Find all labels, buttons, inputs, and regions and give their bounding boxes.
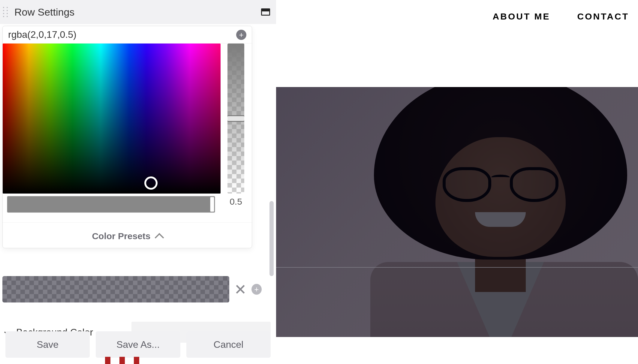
row-overlay [276, 87, 638, 337]
save-button[interactable]: Save [5, 331, 90, 358]
color-value-input[interactable] [8, 29, 236, 40]
gradient-stop-swatch[interactable] [2, 276, 229, 302]
saturation-thumb[interactable] [210, 197, 214, 212]
nav-contact-link[interactable]: CONTACT [577, 11, 629, 22]
remove-stop-icon[interactable] [235, 283, 246, 295]
panel-body: + [0, 24, 276, 364]
chevron-up-icon [155, 233, 164, 242]
color-presets-label: Color Presets [92, 231, 150, 241]
panel-title: Row Settings [14, 6, 261, 18]
add-color-icon[interactable]: + [236, 30, 246, 40]
spectrum-cursor[interactable] [144, 176, 158, 190]
cancel-button[interactable]: Cancel [186, 331, 271, 358]
color-presets-toggle[interactable]: Color Presets [3, 222, 252, 248]
scrollbar[interactable] [269, 201, 274, 276]
maximize-icon[interactable] [261, 8, 270, 16]
color-picker: + [2, 26, 252, 248]
row-settings-panel: Row Settings + [0, 0, 276, 364]
save-as-button[interactable]: Save As... [96, 331, 180, 358]
color-spectrum[interactable] [3, 44, 221, 194]
page-preview[interactable] [276, 87, 638, 337]
gradient-stops: + [2, 276, 262, 302]
alpha-slider[interactable] [227, 44, 244, 194]
add-stop-icon[interactable]: + [251, 284, 262, 295]
saturation-slider[interactable] [7, 196, 215, 213]
app-root: ABOUT ME CONTACT Row Settings [0, 0, 638, 364]
drag-handle-icon[interactable] [3, 6, 10, 18]
peek-palette [105, 357, 139, 364]
panel-header[interactable]: Row Settings [0, 0, 276, 24]
color-picker-header: + [3, 26, 252, 44]
alpha-value: 0.5 [230, 197, 242, 207]
top-nav: ABOUT ME CONTACT [493, 0, 638, 33]
alpha-thumb[interactable] [227, 115, 244, 122]
nav-about-link[interactable]: ABOUT ME [493, 11, 550, 22]
